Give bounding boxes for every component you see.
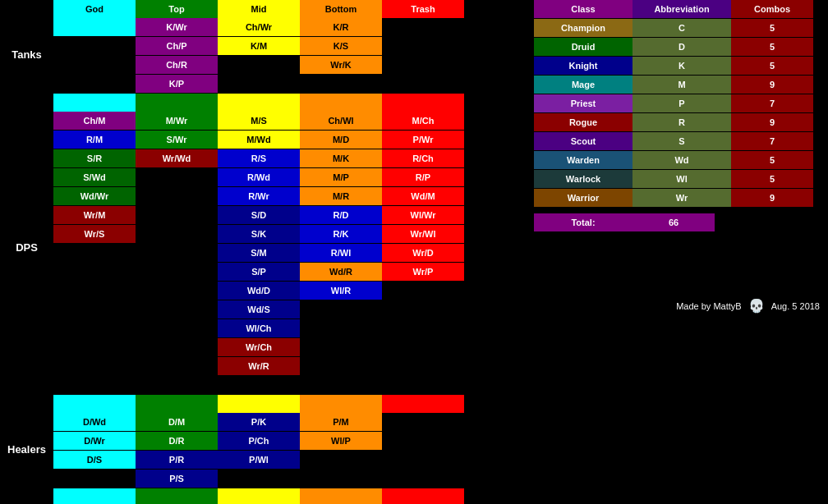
class-cell: Druid (534, 38, 632, 56)
tanks-bottom-col: K/R K/S Wr/K (300, 18, 382, 94)
total-row: Total: 66 (534, 213, 828, 232)
cell: M/P (300, 168, 382, 186)
cell: Wr/P (382, 263, 464, 281)
abbr-cell: M (632, 76, 731, 94)
cell: R/S (218, 149, 300, 167)
total-value: 66 (632, 213, 715, 231)
class-cell: Scout (534, 132, 632, 150)
cell: M/Wr (136, 112, 218, 130)
tanks-label: Tanks (0, 18, 53, 90)
combo-cell: 9 (731, 76, 813, 94)
cell: K/Wr (136, 18, 218, 36)
right-table-row: Mage M 9 (534, 76, 828, 94)
cell: P/S (136, 470, 218, 488)
class-cell: Champion (534, 19, 632, 37)
cell: S/R (53, 149, 136, 167)
cell: Wr/Wl (382, 225, 464, 243)
combo-cell: 5 (731, 19, 813, 37)
footer-right: Made by MattyB 💀 Aug. 5 2018 (534, 298, 828, 314)
cell: S/Wr (136, 131, 218, 149)
total-label: Total: (534, 213, 632, 231)
cell: D/R (136, 432, 218, 450)
abbr-cell: P (632, 94, 731, 112)
dps-section: DPS Ch/M R/M S/R S/Wd Wd/Wr Wr/M Wr/S (0, 112, 526, 395)
combo-cell: 5 (731, 57, 813, 75)
cell: Ch/P (136, 37, 218, 55)
abbr-cell: D (632, 38, 731, 56)
cell: P/R (136, 451, 218, 469)
cell: R/D (300, 206, 382, 224)
abbr-cell: C (632, 19, 731, 37)
healers-god-col: D/Wd D/Wr D/S (53, 413, 136, 488)
dps-mid-col: M/S M/Wd R/S R/Wd R/Wr S/D S/K S/M S/P W… (218, 112, 300, 395)
cell: Wl/Ch (218, 319, 300, 337)
right-section: Class Abbreviation Combos Champion C 5 D… (526, 0, 828, 504)
combo-cell: 5 (731, 38, 813, 56)
cell: M/K (300, 149, 382, 167)
tanks-top-col: K/Wr Ch/P Ch/R K/P (136, 18, 218, 94)
cell: Wl/Wr (382, 206, 464, 224)
right-table-row: Druid D 5 (534, 38, 828, 56)
healers-top-col: D/M D/R P/R P/S (136, 413, 218, 488)
cell: Ch/Wr (218, 18, 300, 36)
spacer-row3 (0, 488, 526, 504)
dps-top-col: M/Wr S/Wr Wr/Wd (136, 112, 218, 395)
tanks-god-col (53, 18, 136, 94)
col-header-top: Top (136, 0, 218, 18)
cell: Wr/S (53, 225, 136, 243)
abbr-cell: Wd (632, 151, 731, 169)
col-header-bottom: Bottom (300, 0, 382, 18)
tanks-mid-col: Ch/Wr K/M (218, 18, 300, 94)
header-empty (0, 0, 53, 18)
cell: K/P (136, 75, 218, 93)
abbr-cell: Wl (632, 170, 731, 188)
cell: R/Wl (300, 244, 382, 262)
healers-label: Healers (0, 413, 53, 485)
tanks-section: Tanks K/Wr Ch/P Ch/R K/P Ch/Wr K/M (0, 18, 526, 94)
cell: M/D (300, 131, 382, 149)
abbr-cell: R (632, 113, 731, 131)
cell: S/D (218, 206, 300, 224)
abbr-cell: S (632, 132, 731, 150)
cell: Wr/R (218, 357, 300, 375)
cell: D/S (53, 451, 136, 469)
cell: Wd/D (218, 282, 300, 300)
combo-cell: 7 (731, 94, 813, 112)
cell: M/R (300, 187, 382, 205)
cell: Ch/M (53, 112, 136, 130)
healers-mid-col: P/K P/Ch P/Wl (218, 413, 300, 488)
combo-cell: 5 (731, 151, 813, 169)
cell: Wd/M (382, 187, 464, 205)
healers-trash-col (382, 413, 464, 488)
class-cell: Rogue (534, 113, 632, 131)
class-cell: Warlock (534, 170, 632, 188)
cell: P/Wr (382, 131, 464, 149)
combo-cell: 7 (731, 132, 813, 150)
abbr-cell: Wr (632, 189, 731, 207)
cell: D/M (136, 413, 218, 431)
right-header-abbr: Abbreviation (632, 0, 731, 18)
left-section: God Top Mid Bottom Trash Tanks K/Wr Ch/P… (0, 0, 526, 504)
cell: P/Ch (218, 432, 300, 450)
dps-trash-col: M/Ch P/Wr R/Ch R/P Wd/M Wl/Wr Wr/Wl Wr/D… (382, 112, 464, 395)
spacer-row (0, 94, 526, 112)
cell: P/K (218, 413, 300, 431)
cell: S/M (218, 244, 300, 262)
right-table-row: Warlock Wl 5 (534, 170, 828, 188)
healers-bottom-col: P/M Wl/P (300, 413, 382, 488)
col-header-trash: Trash (382, 0, 464, 18)
cell: R/M (53, 131, 136, 149)
footer-made-by-right: Made by MattyB (676, 301, 741, 311)
cell: R/K (300, 225, 382, 243)
class-cell: Warrior (534, 189, 632, 207)
cell: Wd/Wr (53, 187, 136, 205)
cell: R/Ch (382, 149, 464, 167)
cell: M/S (218, 112, 300, 130)
tanks-trash-col (382, 18, 464, 94)
cell: Wr/M (53, 206, 136, 224)
dps-god-col: Ch/M R/M S/R S/Wd Wd/Wr Wr/M Wr/S (53, 112, 136, 395)
right-table-row: Rogue R 9 (534, 113, 828, 131)
healers-section: Healers D/Wd D/Wr D/S D/M D/R P/R P/S P/… (0, 413, 526, 488)
cell: S/K (218, 225, 300, 243)
combo-cell: 9 (731, 113, 813, 131)
